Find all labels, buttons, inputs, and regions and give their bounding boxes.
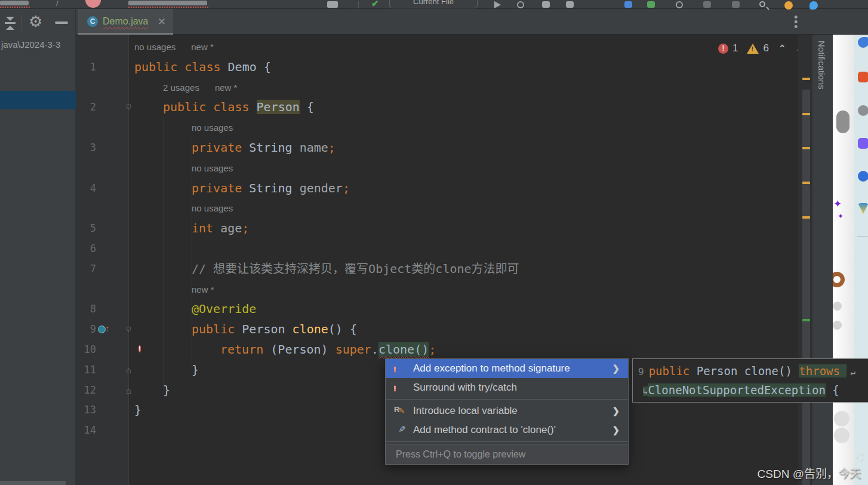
fold-marker-icon[interactable]: ⌂ <box>124 320 133 340</box>
external-scrollbar-thumb[interactable] <box>836 110 849 133</box>
code-line[interactable]: 9⌂↑public Person clone() { <box>76 320 798 340</box>
code-line[interactable]: 3private String name; <box>76 138 798 158</box>
collapse-all-icon[interactable] <box>5 17 17 30</box>
run-icon[interactable] <box>494 1 501 8</box>
debug-icon[interactable] <box>517 1 524 8</box>
app-icon[interactable] <box>858 105 868 116</box>
usages-hint[interactable]: new * <box>192 280 214 300</box>
stripe-mark[interactable] <box>802 319 810 321</box>
code-text[interactable]: public class Person { <box>163 97 314 118</box>
code-line[interactable]: 6 <box>76 239 798 259</box>
error-intention-bulb-icon[interactable]: ! <box>138 343 148 354</box>
code-text[interactable]: public class Demo { <box>134 57 271 78</box>
error-stripe-scrollbar[interactable] <box>798 35 812 485</box>
vcs-check-icon[interactable]: ✔ <box>371 0 379 9</box>
tab-demo-java[interactable]: C Demo.java ✕ <box>78 9 173 35</box>
breadcrumb-item[interactable] <box>0 1 29 5</box>
code-text[interactable]: @Override <box>192 299 256 320</box>
app-icon[interactable] <box>858 171 868 182</box>
line-number: 6 <box>79 239 96 259</box>
stripe-mark[interactable] <box>802 113 810 115</box>
usages-hint[interactable]: no usages <box>192 158 233 179</box>
code-token: ; <box>242 221 249 235</box>
close-tab-icon[interactable]: ✕ <box>158 16 166 28</box>
code-text[interactable]: int age; <box>192 219 249 239</box>
stop-icon[interactable] <box>566 1 574 8</box>
avatar[interactable] <box>85 0 101 8</box>
plugin-icon-blue[interactable] <box>624 1 632 8</box>
code-text[interactable]: private String gender; <box>192 179 350 199</box>
usages-hint[interactable]: no usagesnew * <box>134 37 214 57</box>
inspections-widget[interactable]: ! 1 6 ⌃ ⌃ <box>718 41 803 56</box>
code-line[interactable]: 2⌂public class Person { <box>76 97 798 118</box>
menu-item[interactable]: !Surround with try/catch <box>386 378 628 397</box>
more-options-icon[interactable]: ••• <box>794 15 798 29</box>
code-line[interactable]: 10!return (Person) super.clone(); <box>76 340 798 360</box>
usages-hint[interactable]: 2 usagesnew * <box>163 78 237 98</box>
code-token: gender <box>300 181 343 195</box>
code-line[interactable]: 7// 想要让该类支持深拷贝，覆写Object类的clone方法即可 <box>76 259 798 280</box>
hide-panel-icon[interactable] <box>55 22 68 24</box>
breadcrumb-separator: / <box>56 0 59 8</box>
app-icon[interactable] <box>858 203 868 214</box>
code-text[interactable]: } <box>163 380 170 401</box>
code-text[interactable]: private String name; <box>192 138 335 158</box>
code-token: clone <box>293 322 328 336</box>
code-line[interactable]: 5int age; <box>76 219 798 239</box>
project-widget-icon[interactable] <box>327 1 338 8</box>
prev-issue-icon[interactable]: ⌃ <box>778 43 786 54</box>
usages-hint[interactable]: no usages <box>192 118 233 138</box>
overrides-method-icon[interactable]: ↑ <box>98 325 112 334</box>
inlay-hint-line[interactable]: no usages <box>76 118 798 138</box>
breadcrumb-item[interactable] <box>128 1 207 5</box>
fold-marker-icon[interactable]: ⌂ <box>124 380 133 401</box>
code-line[interactable]: 1public class Demo { <box>76 57 798 78</box>
run-config-dropdown[interactable]: Current File <box>389 0 478 8</box>
profiler-icon[interactable] <box>542 1 550 8</box>
code-token: name <box>300 140 328 155</box>
code-text[interactable]: // 想要让该类支持深拷贝，覆写Object类的clone方法即可 <box>192 259 519 280</box>
inlay-hint-line[interactable]: new * <box>76 280 798 300</box>
editor-tab-bar: C Demo.java ✕ ••• <box>76 9 868 35</box>
code-text[interactable]: public Person clone() { <box>192 320 357 340</box>
code-token: private <box>192 181 249 195</box>
tool-icon[interactable] <box>703 1 711 8</box>
assistant-icon[interactable] <box>809 1 818 10</box>
code-text[interactable]: } <box>134 400 141 420</box>
record-icon[interactable] <box>676 1 683 8</box>
app-icon[interactable] <box>858 37 868 48</box>
submenu-chevron-icon: ❯ <box>612 406 620 416</box>
project-path[interactable]: java\J2024-3-3 <box>1 39 60 50</box>
fold-marker-icon[interactable]: ⌂ <box>124 97 133 118</box>
code-text[interactable]: } <box>192 360 199 380</box>
main-toolbar: / ✔ Current File <box>0 0 868 9</box>
menu-item[interactable]: R✎Introduce local variable❯ <box>386 401 628 420</box>
menu-item[interactable]: !Add exception to method signature❯ <box>386 359 628 378</box>
code-token: (Person) <box>270 342 335 357</box>
stripe-mark[interactable] <box>802 216 810 219</box>
search-icon[interactable] <box>759 1 765 7</box>
code-line[interactable]: 8@Override <box>76 299 798 320</box>
fold-marker-icon[interactable]: ⌂ <box>124 360 133 380</box>
tool-icon[interactable] <box>732 1 740 8</box>
menu-item[interactable]: ✎Add method contract to 'clone()'❯ <box>386 420 628 440</box>
user-avatar-icon[interactable] <box>784 1 793 10</box>
notifications-toolwindow-button[interactable]: Notifications <box>817 41 827 90</box>
code-line[interactable]: 4private String gender; <box>76 179 798 199</box>
code-text[interactable]: return (Person) super.clone(); <box>220 340 436 360</box>
inlay-hint-line[interactable]: 2 usagesnew * <box>76 78 798 98</box>
app-icon[interactable] <box>858 72 868 82</box>
error-icon: ! <box>718 44 728 54</box>
inlay-hint-line[interactable]: no usagesnew * <box>76 37 798 57</box>
inlay-hint-line[interactable]: no usages <box>76 158 798 179</box>
usages-hint[interactable]: no usages <box>192 198 233 219</box>
spellcheck-squiggle <box>0 6 30 8</box>
stripe-mark[interactable] <box>802 147 810 149</box>
plugin-icon-green[interactable] <box>647 1 655 8</box>
stripe-mark[interactable] <box>802 182 810 184</box>
stripe-mark[interactable] <box>802 78 810 80</box>
app-icon[interactable] <box>858 138 868 149</box>
gear-icon[interactable]: ⚙ <box>29 13 42 31</box>
inlay-hint-line[interactable]: no usages <box>76 198 798 219</box>
selected-tree-item[interactable] <box>0 91 76 109</box>
